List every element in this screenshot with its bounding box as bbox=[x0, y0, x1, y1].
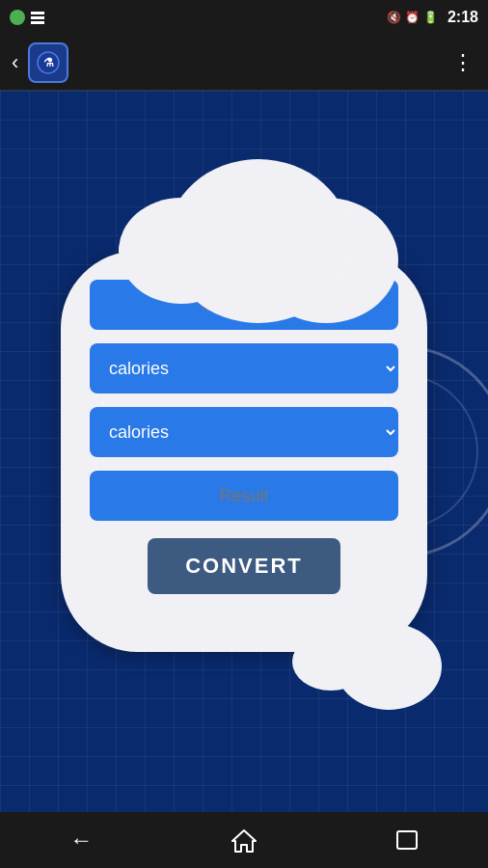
signal-bars-icon bbox=[31, 12, 44, 24]
status-bar-left bbox=[10, 10, 44, 25]
top-bar: ‹ ⚗ ⋮ bbox=[0, 35, 488, 91]
status-time: 2:18 bbox=[447, 9, 478, 26]
nav-back-button[interactable]: ← bbox=[52, 821, 110, 859]
app-icon: ⚗ bbox=[28, 42, 68, 83]
alarm-icon: ⏰ bbox=[405, 11, 420, 24]
battery-icon: 🔋 bbox=[423, 11, 438, 24]
result-field[interactable] bbox=[90, 471, 398, 521]
menu-button[interactable]: ⋮ bbox=[452, 50, 474, 75]
from-unit-select[interactable]: calories joules kilojoules kilocalories bbox=[90, 343, 398, 393]
recent-apps-icon bbox=[394, 828, 420, 852]
bottom-nav-bar: ← bbox=[0, 812, 488, 868]
to-unit-select[interactable]: calories joules kilojoules kilocalories bbox=[90, 407, 398, 457]
nav-recent-button[interactable] bbox=[378, 821, 436, 859]
nav-back-icon: ← bbox=[69, 827, 93, 854]
converter-cloud: calories joules kilojoules kilocalories … bbox=[61, 251, 427, 652]
mute-icon: 🔇 bbox=[387, 11, 401, 24]
svg-marker-2 bbox=[232, 830, 256, 852]
input-value-field[interactable] bbox=[90, 280, 398, 330]
status-icons-right: 🔇 ⏰ 🔋 2:18 bbox=[387, 9, 478, 26]
back-button[interactable]: ‹ bbox=[12, 50, 18, 75]
cloud-container: calories joules kilojoules kilocalories … bbox=[61, 251, 427, 652]
main-content: calories joules kilojoules kilocalories … bbox=[0, 91, 488, 812]
notification-dot bbox=[10, 10, 25, 25]
home-icon bbox=[230, 827, 258, 854]
nav-home-button[interactable] bbox=[215, 821, 273, 859]
svg-rect-3 bbox=[397, 831, 417, 849]
status-bar: 🔇 ⏰ 🔋 2:18 bbox=[0, 0, 488, 35]
svg-text:⚗: ⚗ bbox=[43, 56, 54, 69]
convert-button[interactable]: CONVERT bbox=[148, 538, 340, 594]
